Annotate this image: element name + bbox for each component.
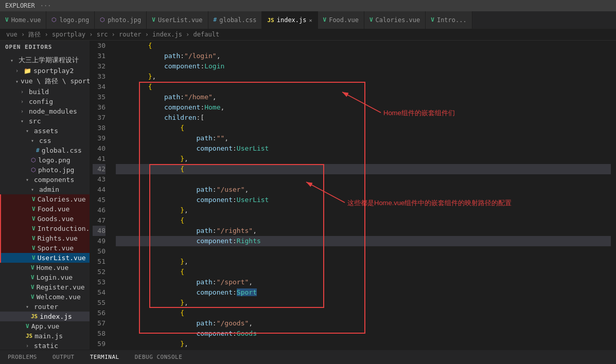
sidebar-item-photojpg[interactable]: ⬡ photo.jpg bbox=[0, 165, 90, 175]
arrow-icon bbox=[26, 177, 32, 183]
sidebar-header: OPEN EDITORS bbox=[0, 41, 90, 53]
sidebar-item-build[interactable]: build bbox=[0, 87, 90, 97]
panel-tab-problems[interactable]: PROBLEMS bbox=[0, 350, 45, 365]
vue-icon: V bbox=[32, 235, 36, 242]
arrow-icon bbox=[21, 89, 27, 95]
vue-icon: V bbox=[369, 16, 373, 23]
sidebar-item-router[interactable]: router bbox=[0, 302, 90, 312]
sidebar-item-goodsvue[interactable]: V Goods.vue bbox=[0, 214, 90, 224]
sidebar-item-components[interactable]: components bbox=[0, 175, 90, 185]
arrow-icon bbox=[31, 187, 37, 192]
sidebar-item-registervue[interactable]: V Register.vue bbox=[0, 282, 90, 292]
sidebar-item-sportvue[interactable]: V Sport.vue bbox=[0, 243, 90, 253]
png-icon: ⬡ bbox=[31, 167, 36, 173]
project-label: 大三上学期课程设计 bbox=[19, 56, 79, 65]
vue-icon: V bbox=[31, 264, 34, 271]
arrow-icon bbox=[15, 68, 22, 74]
tab-home-vue[interactable]: V Home.vue bbox=[0, 11, 46, 29]
sidebar-item-welcomevue[interactable]: V Welcome.vue bbox=[0, 292, 90, 302]
tab-label: Food.vue bbox=[329, 16, 359, 24]
file-label: Calories.vue bbox=[38, 195, 86, 203]
sidebar-item-vuesportplay[interactable]: vue \ 路径 \ sportplay bbox=[0, 76, 90, 87]
tab-label: Intro... bbox=[437, 16, 467, 24]
file-label: Introduction.vue bbox=[38, 225, 90, 232]
sidebar-item-src[interactable]: src bbox=[0, 116, 90, 126]
tab-logo-png[interactable]: ⬡ logo.png bbox=[46, 11, 95, 29]
sidebar-item-assets[interactable]: assets bbox=[0, 126, 90, 136]
folder-label: router bbox=[34, 303, 58, 311]
tab-label: logo.png bbox=[59, 16, 89, 24]
sidebar-item-loginvue[interactable]: V Login.vue bbox=[0, 272, 90, 282]
vue-icon: V bbox=[32, 206, 36, 212]
sidebar-item-caloriesvue[interactable]: V Calories.vue bbox=[0, 194, 90, 204]
sidebar-item-config[interactable]: config bbox=[0, 97, 90, 106]
png-icon: ⬡ bbox=[51, 16, 57, 23]
tab-photo-jpg[interactable]: ⬡ photo.jpg bbox=[95, 11, 147, 29]
tab-bar: V Home.vue ⬡ logo.png ⬡ photo.jpg V User… bbox=[0, 11, 616, 29]
vue-icon: V bbox=[32, 196, 36, 203]
close-icon[interactable]: ✕ bbox=[309, 17, 312, 23]
sidebar-item-appvue[interactable]: V App.vue bbox=[0, 321, 90, 331]
sidebar-item-introductionvue[interactable]: V Introduction.vue bbox=[0, 224, 90, 233]
tab-food-vue[interactable]: V Food.vue bbox=[318, 11, 364, 29]
tab-label: Home.vue bbox=[11, 16, 41, 24]
explorer-label: EXPLORER bbox=[5, 2, 35, 9]
panel-tab-terminal[interactable]: TERMINAL bbox=[82, 350, 127, 365]
vue-icon: V bbox=[323, 16, 327, 23]
sidebar-item-static[interactable]: static bbox=[0, 341, 90, 350]
vue-icon: V bbox=[31, 274, 34, 281]
folder-label: src bbox=[29, 117, 41, 125]
panel-tab-output[interactable]: OUTPUT bbox=[45, 350, 82, 365]
editor-area: 30313233 34353637 38394041 42434445 4647… bbox=[90, 41, 616, 350]
sidebar-item-sportplay2[interactable]: 📁 sportplay2 bbox=[0, 66, 90, 76]
sidebar-item-nodemodules[interactable]: node_modules bbox=[0, 106, 90, 116]
folder-label: components bbox=[34, 176, 74, 184]
sidebar-item-rightsvue[interactable]: V Rights.vue bbox=[0, 233, 90, 243]
folder-label: assets bbox=[34, 127, 58, 135]
sidebar-item-project[interactable]: 大三上学期课程设计 bbox=[0, 54, 90, 66]
css-icon: # bbox=[214, 16, 217, 23]
js-icon: JS bbox=[31, 313, 38, 320]
panel-tab-debug[interactable]: DEBUG CONSOLE bbox=[127, 350, 190, 365]
folder-label: css bbox=[39, 137, 51, 144]
arrow-icon bbox=[26, 343, 32, 349]
tab-global-css[interactable]: # global.css bbox=[208, 11, 262, 29]
line-numbers: 30313233 34353637 38394041 42434445 4647… bbox=[90, 41, 111, 350]
code-content: { path:"/login", component:Login }, { pa… bbox=[111, 41, 616, 350]
sidebar-item-logopng[interactable]: ⬡ logo.png bbox=[0, 155, 90, 165]
sidebar-item-mainjs[interactable]: JS main.js bbox=[0, 331, 90, 341]
vue-icon: V bbox=[31, 294, 34, 300]
file-label: Rights.vue bbox=[38, 234, 78, 242]
tab-calories-vue[interactable]: V Calories.vue bbox=[364, 11, 426, 29]
file-label: Sport.vue bbox=[38, 244, 74, 252]
tab-label: global.css bbox=[219, 16, 256, 24]
file-label: Home.vue bbox=[37, 264, 69, 271]
arrow-icon bbox=[21, 118, 27, 124]
folder-label: node_modules bbox=[29, 107, 77, 115]
tab-intro[interactable]: V Intro... bbox=[426, 11, 472, 29]
file-label: global.css bbox=[42, 147, 82, 154]
tab-label: photo.jpg bbox=[108, 16, 141, 24]
vue-icon: V bbox=[32, 245, 36, 251]
breadcrumb: vue › 路径 › sportplay › src › router › in… bbox=[0, 29, 616, 41]
tab-index-js[interactable]: JS index.js ✕ bbox=[262, 11, 318, 29]
file-label: photo.jpg bbox=[38, 166, 74, 174]
sidebar-item-globalcss[interactable]: # global.css bbox=[0, 145, 90, 155]
sidebar-section: 大三上学期课程设计 📁 sportplay2 vue \ 路径 \ sportp… bbox=[0, 53, 90, 350]
sidebar-item-admin[interactable]: admin bbox=[0, 185, 90, 194]
file-label: Login.vue bbox=[37, 274, 73, 281]
file-label: Goods.vue bbox=[38, 215, 74, 223]
panel-tabs: PROBLEMS OUTPUT TERMINAL DEBUG CONSOLE bbox=[0, 350, 616, 364]
file-label: Food.vue bbox=[38, 205, 70, 213]
sidebar-item-foodvue[interactable]: V Food.vue bbox=[0, 204, 90, 214]
bottom-panel: PROBLEMS OUTPUT TERMINAL DEBUG CONSOLE bbox=[0, 350, 616, 364]
tab-userlist-vue[interactable]: V UserList.vue bbox=[147, 11, 208, 29]
png-icon: ⬡ bbox=[100, 16, 105, 23]
vue-icon: V bbox=[152, 16, 155, 23]
sidebar-item-homevue[interactable]: V Home.vue bbox=[0, 263, 90, 272]
code-container: 30313233 34353637 38394041 42434445 4647… bbox=[90, 41, 616, 350]
sidebar-item-indexjs[interactable]: JS index.js bbox=[0, 312, 90, 321]
sidebar: OPEN EDITORS 大三上学期课程设计 📁 sportplay2 vue … bbox=[0, 41, 90, 350]
sidebar-item-userlistvue[interactable]: V UserList.vue bbox=[0, 253, 90, 263]
sidebar-item-css[interactable]: css bbox=[0, 136, 90, 145]
